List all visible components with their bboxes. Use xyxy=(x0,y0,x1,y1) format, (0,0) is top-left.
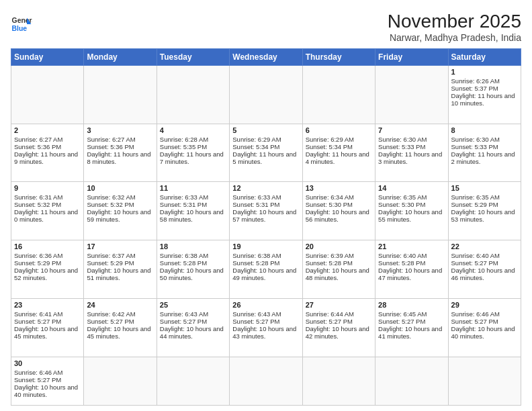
table-row: 26Sunrise: 6:43 AMSunset: 5:27 PMDayligh… xyxy=(230,298,302,357)
table-row: 8Sunrise: 6:30 AMSunset: 5:33 PMDaylight… xyxy=(448,124,521,182)
table-row: 30Sunrise: 6:46 AMSunset: 5:27 PMDayligh… xyxy=(11,357,84,405)
day-info: Sunset: 5:37 PM xyxy=(451,85,518,92)
day-info: Sunset: 5:32 PM xyxy=(14,201,81,208)
day-info: Sunset: 5:33 PM xyxy=(378,143,445,150)
day-info: Daylight: 11 hours and 4 minutes. xyxy=(306,150,372,165)
day-info: Sunset: 5:33 PM xyxy=(451,143,518,150)
day-number: 4 xyxy=(160,126,226,134)
day-info: Sunrise: 6:46 AM xyxy=(14,369,81,376)
day-number: 8 xyxy=(451,126,518,134)
day-number: 13 xyxy=(306,184,372,192)
day-info: Sunset: 5:36 PM xyxy=(14,143,81,150)
table-row: 12Sunrise: 6:33 AMSunset: 5:31 PMDayligh… xyxy=(230,182,302,240)
day-number: 5 xyxy=(232,126,299,134)
day-info: Sunset: 5:27 PM xyxy=(160,318,226,325)
table-row xyxy=(84,66,157,124)
day-info: Daylight: 10 hours and 47 minutes. xyxy=(378,267,445,281)
header-monday: Monday xyxy=(84,49,157,66)
weekday-header-row: Sunday Monday Tuesday Wednesday Thursday… xyxy=(11,49,521,66)
table-row: 22Sunrise: 6:40 AMSunset: 5:27 PMDayligh… xyxy=(448,240,521,299)
day-info: Daylight: 11 hours and 2 minutes. xyxy=(451,150,518,165)
header-sunday: Sunday xyxy=(11,49,84,66)
day-info: Daylight: 10 hours and 58 minutes. xyxy=(160,208,226,223)
day-info: Sunset: 5:28 PM xyxy=(378,259,445,267)
day-info: Daylight: 10 hours and 41 minutes. xyxy=(378,325,445,340)
logo-icon: General Blue xyxy=(11,13,32,35)
table-row: 13Sunrise: 6:34 AMSunset: 5:30 PMDayligh… xyxy=(302,182,375,240)
day-info: Sunrise: 6:46 AM xyxy=(451,310,518,318)
day-info: Daylight: 10 hours and 43 minutes. xyxy=(232,325,299,340)
table-row: 7Sunrise: 6:30 AMSunset: 5:33 PMDaylight… xyxy=(375,124,448,182)
day-info: Daylight: 11 hours and 3 minutes. xyxy=(378,150,445,165)
day-number: 3 xyxy=(87,126,153,134)
table-row: 5Sunrise: 6:29 AMSunset: 5:34 PMDaylight… xyxy=(230,124,302,182)
day-info: Daylight: 10 hours and 50 minutes. xyxy=(160,267,226,281)
day-info: Sunrise: 6:38 AM xyxy=(160,252,226,259)
day-info: Sunset: 5:29 PM xyxy=(14,259,81,267)
day-info: Sunset: 5:29 PM xyxy=(87,259,153,267)
day-number: 10 xyxy=(87,184,153,192)
day-info: Daylight: 10 hours and 57 minutes. xyxy=(232,208,299,223)
day-info: Sunrise: 6:44 AM xyxy=(306,310,372,318)
day-info: Sunset: 5:29 PM xyxy=(451,201,518,208)
day-info: Sunset: 5:27 PM xyxy=(232,318,299,325)
day-number: 23 xyxy=(14,301,81,309)
day-info: Sunrise: 6:29 AM xyxy=(232,136,299,143)
day-info: Sunset: 5:28 PM xyxy=(306,259,372,267)
day-number: 21 xyxy=(378,242,445,250)
day-info: Daylight: 10 hours and 45 minutes. xyxy=(14,325,81,340)
page: General Blue November 2025 Narwar, Madhy… xyxy=(0,0,532,411)
day-info: Sunrise: 6:30 AM xyxy=(378,136,445,143)
header-tuesday: Tuesday xyxy=(157,49,229,66)
day-info: Sunrise: 6:32 AM xyxy=(87,193,153,201)
table-row: 18Sunrise: 6:38 AMSunset: 5:28 PMDayligh… xyxy=(157,240,229,299)
table-row xyxy=(11,66,84,124)
day-number: 1 xyxy=(451,68,518,76)
day-info: Sunset: 5:27 PM xyxy=(14,318,81,325)
day-number: 25 xyxy=(160,301,226,309)
day-info: Daylight: 11 hours and 10 minutes. xyxy=(451,92,518,107)
day-info: Daylight: 10 hours and 44 minutes. xyxy=(160,325,226,340)
table-row xyxy=(157,66,229,124)
table-row: 1Sunrise: 6:26 AMSunset: 5:37 PMDaylight… xyxy=(448,66,521,124)
table-row: 19Sunrise: 6:38 AMSunset: 5:28 PMDayligh… xyxy=(230,240,302,299)
day-info: Sunset: 5:28 PM xyxy=(160,259,226,267)
table-row: 16Sunrise: 6:36 AMSunset: 5:29 PMDayligh… xyxy=(11,240,84,299)
day-info: Sunrise: 6:27 AM xyxy=(87,136,153,143)
day-info: Daylight: 10 hours and 51 minutes. xyxy=(87,267,153,281)
day-number: 16 xyxy=(14,242,81,250)
header-thursday: Thursday xyxy=(302,49,375,66)
table-row xyxy=(230,357,302,405)
logo: General Blue xyxy=(11,13,32,35)
table-row: 17Sunrise: 6:37 AMSunset: 5:29 PMDayligh… xyxy=(84,240,157,299)
day-info: Daylight: 11 hours and 9 minutes. xyxy=(14,150,81,165)
header-friday: Friday xyxy=(375,49,448,66)
title-block: November 2025 Narwar, Madhya Pradesh, In… xyxy=(388,11,521,43)
day-info: Sunrise: 6:43 AM xyxy=(160,310,226,318)
table-row: 25Sunrise: 6:43 AMSunset: 5:27 PMDayligh… xyxy=(157,298,229,357)
day-number: 20 xyxy=(306,242,372,250)
day-number: 6 xyxy=(306,126,372,134)
table-row xyxy=(230,66,302,124)
day-info: Sunrise: 6:27 AM xyxy=(14,136,81,143)
day-info: Sunset: 5:36 PM xyxy=(87,143,153,150)
day-info: Daylight: 11 hours and 7 minutes. xyxy=(160,150,226,165)
day-info: Sunrise: 6:40 AM xyxy=(378,252,445,259)
header: General Blue November 2025 Narwar, Madhy… xyxy=(11,11,521,43)
day-info: Daylight: 10 hours and 48 minutes. xyxy=(306,267,372,281)
day-number: 17 xyxy=(87,242,153,250)
day-number: 26 xyxy=(232,301,299,309)
day-info: Sunset: 5:32 PM xyxy=(87,201,153,208)
location: Narwar, Madhya Pradesh, India xyxy=(388,32,521,43)
day-info: Sunset: 5:27 PM xyxy=(451,259,518,267)
table-row: 3Sunrise: 6:27 AMSunset: 5:36 PMDaylight… xyxy=(84,124,157,182)
table-row: 23Sunrise: 6:41 AMSunset: 5:27 PMDayligh… xyxy=(11,298,84,357)
day-info: Sunrise: 6:36 AM xyxy=(14,252,81,259)
table-row: 2Sunrise: 6:27 AMSunset: 5:36 PMDaylight… xyxy=(11,124,84,182)
table-row xyxy=(302,66,375,124)
day-info: Sunset: 5:27 PM xyxy=(306,318,372,325)
svg-text:Blue: Blue xyxy=(12,25,28,32)
day-info: Sunrise: 6:26 AM xyxy=(451,77,518,85)
day-number: 30 xyxy=(14,359,81,367)
table-row: 21Sunrise: 6:40 AMSunset: 5:28 PMDayligh… xyxy=(375,240,448,299)
